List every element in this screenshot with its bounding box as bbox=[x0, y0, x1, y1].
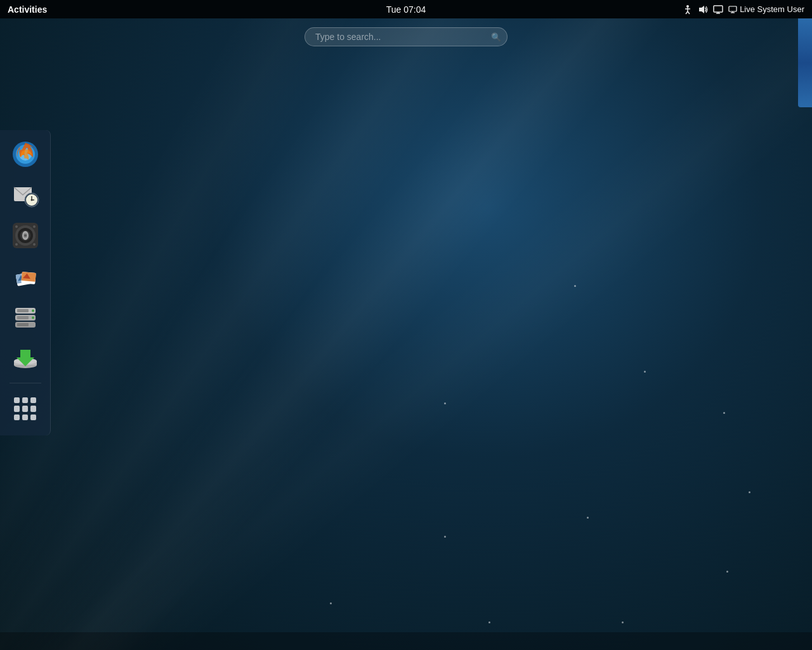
volume-icon[interactable] bbox=[698, 4, 708, 15]
svg-rect-46 bbox=[17, 323, 29, 326]
search-wrapper: 🔍 bbox=[304, 27, 508, 46]
svg-point-27 bbox=[24, 234, 27, 237]
right-edge-panel bbox=[798, 18, 812, 107]
svg-rect-45 bbox=[17, 316, 29, 319]
dock-separator bbox=[10, 383, 41, 383]
sparkle-dot bbox=[330, 602, 332, 604]
svg-point-41 bbox=[32, 310, 34, 312]
photos-dock-item[interactable] bbox=[6, 257, 44, 295]
user-menu[interactable]: Live System User bbox=[728, 4, 804, 14]
firefox-dock-item[interactable] bbox=[6, 135, 44, 173]
desktop bbox=[0, 18, 812, 650]
svg-point-20 bbox=[30, 199, 32, 201]
firefox-icon bbox=[11, 140, 40, 169]
audio-dock-item[interactable] bbox=[6, 216, 44, 255]
svg-point-30 bbox=[15, 243, 18, 246]
svg-line-4 bbox=[688, 11, 690, 14]
sparkle-dot bbox=[726, 571, 728, 573]
photos-icon bbox=[11, 262, 39, 290]
sparkle-dot bbox=[444, 536, 446, 538]
clock: Tue 07:04 bbox=[386, 4, 426, 15]
sparkle-dot bbox=[723, 412, 725, 414]
dock bbox=[0, 130, 51, 435]
app-grid-dock-item[interactable] bbox=[6, 390, 44, 428]
search-input[interactable] bbox=[304, 27, 508, 46]
sparkle-dot bbox=[622, 621, 624, 623]
email-icon bbox=[11, 181, 39, 209]
sparkle-dot bbox=[749, 491, 750, 493]
app-grid-icon bbox=[11, 395, 39, 423]
taskbar bbox=[0, 632, 812, 650]
svg-point-0 bbox=[686, 5, 689, 8]
search-icon: 🔍 bbox=[491, 32, 501, 42]
sparkle-dot bbox=[644, 371, 646, 373]
files-dock-item[interactable] bbox=[6, 298, 44, 336]
audio-icon bbox=[11, 222, 39, 249]
sparkle-dot bbox=[444, 402, 446, 404]
display-icon[interactable] bbox=[713, 4, 723, 15]
svg-point-43 bbox=[32, 324, 34, 326]
sparkle-dot bbox=[587, 517, 589, 519]
install-icon bbox=[11, 343, 39, 371]
activities-button[interactable]: Activities bbox=[0, 0, 55, 18]
accessibility-icon[interactable] bbox=[683, 4, 693, 15]
svg-point-28 bbox=[15, 225, 18, 228]
svg-marker-5 bbox=[699, 6, 704, 13]
install-dock-item[interactable] bbox=[6, 338, 44, 376]
svg-rect-9 bbox=[729, 6, 737, 11]
svg-rect-6 bbox=[714, 6, 723, 12]
svg-rect-44 bbox=[17, 309, 29, 312]
sparkle-dot bbox=[488, 621, 490, 623]
sparkle-dot bbox=[574, 285, 576, 287]
search-container: 🔍 bbox=[304, 18, 508, 46]
svg-point-29 bbox=[33, 225, 36, 228]
topbar-right-section: Live System User bbox=[683, 4, 812, 15]
user-label: Live System User bbox=[740, 4, 804, 14]
files-icon bbox=[11, 303, 39, 331]
svg-point-31 bbox=[33, 243, 36, 246]
svg-point-42 bbox=[32, 317, 34, 319]
topbar: Activities Tue 07:04 bbox=[0, 0, 812, 18]
email-clock-dock-item[interactable] bbox=[6, 176, 44, 214]
